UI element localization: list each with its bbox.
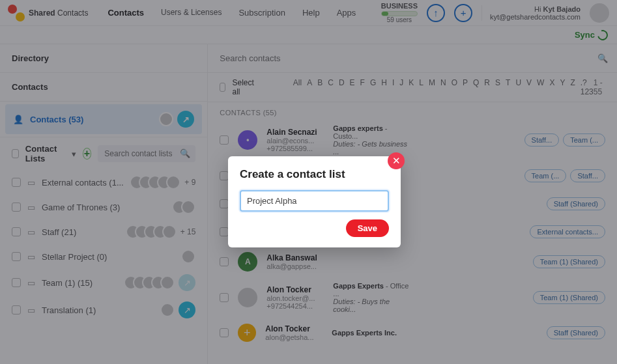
modal-close-button[interactable]: ✕	[388, 152, 405, 169]
list-name-input[interactable]	[240, 190, 389, 212]
save-button[interactable]: Save	[346, 219, 389, 237]
create-list-modal: ✕ Create a contact list Save	[228, 156, 401, 247]
modal-title: Create a contact list	[240, 168, 389, 181]
